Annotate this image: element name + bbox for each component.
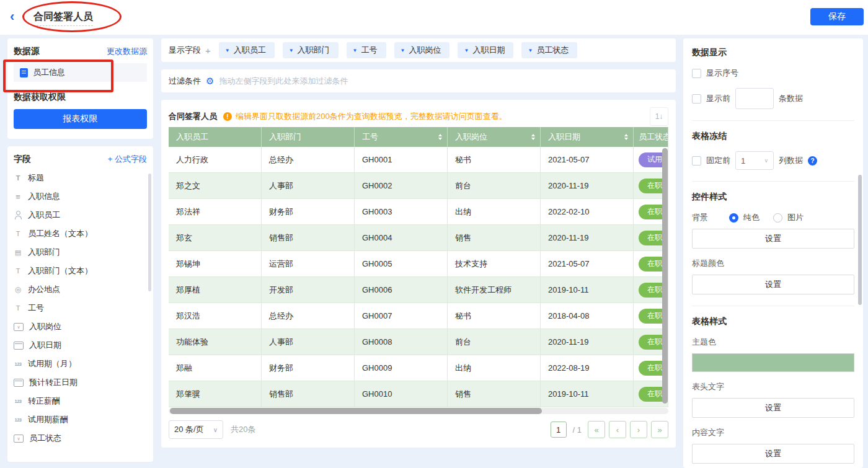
table-row[interactable]: 功能体验 人事部 GH0008 前台 2020-11-19 在职	[169, 329, 668, 355]
table-row[interactable]: 郑厚植 开发部 GH0006 软件开发工程师 2019-10-11 在职	[169, 277, 668, 303]
filter-bar: 过滤条件 ⚙ 拖动左侧字段到此处来添加过滤条件	[161, 69, 676, 92]
cell-date: 2020-11-19	[541, 329, 634, 355]
column-header[interactable]: 入职日期	[541, 127, 634, 147]
column-header[interactable]: 入职部门	[262, 127, 355, 147]
field-item-employee-name-text[interactable]: 员工姓名（文本）	[14, 224, 147, 243]
divider	[692, 120, 854, 121]
list-icon	[14, 192, 22, 201]
datasource-item-employee-info[interactable]: 员工信息	[14, 63, 147, 82]
show-index-checkbox[interactable]	[692, 69, 701, 78]
sort-icon[interactable]	[438, 134, 442, 140]
freeze-prefix: 固定前	[706, 155, 730, 166]
table-row[interactable]: 郑锡坤 运营部 GH0005 技术支持 2021-05-07 在职	[169, 251, 668, 277]
table-vertical-scrollbar[interactable]	[662, 148, 668, 404]
content-text-set-button[interactable]: 设置	[692, 444, 854, 464]
cell-name: 人力行政	[169, 147, 262, 173]
gear-icon[interactable]: ⚙	[206, 76, 214, 87]
top-count-input[interactable]	[735, 88, 774, 109]
next-page-button[interactable]: ›	[630, 421, 647, 438]
cell-dept: 运营部	[262, 251, 355, 277]
header-text-set-button[interactable]: 设置	[692, 398, 854, 418]
last-page-button[interactable]: »	[651, 421, 668, 438]
filter-dropzone-placeholder[interactable]: 拖动左侧字段到此处来添加过滤条件	[219, 76, 348, 87]
page-size-select[interactable]: 20 条/页 ∨	[169, 420, 223, 439]
field-item-trial-months[interactable]: 试用期（月）	[14, 355, 147, 373]
field-item-onboard-post[interactable]: 入职岗位	[14, 317, 147, 336]
back-icon[interactable]: ‹	[10, 8, 14, 25]
display-fields-label: 显示字段	[169, 45, 201, 56]
cell-dept: 总经办	[262, 303, 355, 329]
display-field-chip[interactable]: ▼入职日期	[458, 42, 513, 58]
field-item-regular-salary[interactable]: 转正薪酬	[14, 392, 147, 410]
field-item-onboard-dept-text[interactable]: 入职部门（文本）	[14, 262, 147, 280]
display-field-chip[interactable]: ▼入职部门	[283, 42, 339, 58]
field-item-onboard-employee[interactable]: 入职员工	[14, 206, 147, 224]
theme-color-swatch[interactable]	[692, 353, 854, 372]
cell-dept: 销售部	[262, 225, 355, 251]
display-field-chip[interactable]: ▼入职岗位	[394, 42, 450, 58]
page-total-label: / 1	[573, 425, 582, 435]
first-page-button[interactable]: «	[588, 421, 605, 438]
sort-order-button[interactable]: 1↓	[650, 107, 668, 126]
freeze-checkbox[interactable]	[692, 156, 701, 166]
fields-scrollbar[interactable]	[148, 174, 151, 291]
add-formula-field-link[interactable]: + 公式字段	[108, 154, 147, 165]
prev-page-button[interactable]: ‹	[609, 421, 626, 438]
save-button[interactable]: 保存	[810, 8, 864, 25]
location-icon	[14, 285, 22, 294]
sort-icon[interactable]	[531, 134, 535, 140]
field-item-onboard-info[interactable]: 入职信息	[14, 187, 147, 206]
image-radio[interactable]	[773, 213, 782, 223]
field-item-employee-status[interactable]: 员工状态	[14, 429, 147, 448]
table-horizontal-scrollbar-thumb[interactable]	[170, 408, 542, 414]
table-horizontal-scrollbar-track[interactable]	[169, 408, 668, 414]
change-datasource-link[interactable]: 更改数据源	[107, 46, 147, 57]
table-row[interactable]: 郑法祥 财务部 GH0003 出纳 2022-02-10 在职	[169, 199, 668, 225]
display-field-chip[interactable]: ▼工号	[347, 42, 386, 58]
background-set-button[interactable]: 设置	[692, 229, 854, 249]
solid-color-radio[interactable]	[729, 213, 738, 223]
table-row[interactable]: 郑肇骥 销售部 GH0010 销售 2019-10-11 在职	[169, 381, 668, 407]
table-row[interactable]: 郑玄 销售部 GH0004 销售 2020-11-19 在职	[169, 225, 668, 251]
report-permission-button[interactable]: 报表权限	[14, 109, 147, 129]
image-label: 图片	[787, 212, 804, 223]
field-item-office-location[interactable]: 办公地点	[14, 280, 147, 299]
column-header[interactable]: 工号	[355, 127, 448, 147]
freeze-count-select[interactable]: 1 ∨	[735, 151, 774, 170]
column-header[interactable]: 入职员工	[169, 127, 262, 147]
cell-name: 郑玄	[169, 225, 262, 251]
field-label: 试用期薪酬	[28, 414, 68, 425]
chip-label: 入职员工	[234, 45, 266, 56]
current-page-box[interactable]: 1	[551, 422, 567, 438]
title-icon	[14, 174, 22, 182]
cell-post: 秘书	[448, 303, 541, 329]
column-header[interactable]: 入职岗位	[448, 127, 541, 147]
field-item-title[interactable]: 标题	[14, 169, 147, 187]
table-row[interactable]: 郑汉浩 总经办 GH0007 秘书 2018-04-08 在职	[169, 303, 668, 329]
cell-date: 2019-10-11	[541, 381, 634, 407]
show-top-checkbox[interactable]	[692, 94, 701, 104]
text-icon	[14, 267, 22, 275]
display-field-chip[interactable]: ▼员工状态	[521, 42, 577, 58]
sort-icon[interactable]	[624, 134, 628, 140]
table-row[interactable]: 人力行政 总经办 GH0001 秘书 2021-05-07 试用期	[169, 147, 668, 173]
field-item-job-number[interactable]: 工号	[14, 299, 147, 317]
field-item-onboard-dept[interactable]: 入职部门	[14, 243, 147, 262]
add-display-field-icon[interactable]: +	[205, 45, 211, 56]
title-color-set-button[interactable]: 设置	[692, 275, 854, 294]
field-item-expected-regular-date[interactable]: 预计转正日期	[14, 373, 147, 392]
column-header[interactable]: 员工状态	[634, 127, 668, 147]
theme-color-label: 主题色	[692, 337, 854, 348]
table-header-row: 入职员工 入职部门 工号 入职岗位 入职日期 员工状态	[169, 127, 668, 147]
display-field-chip[interactable]: ▼入职员工	[219, 42, 275, 58]
help-icon[interactable]: ?	[808, 156, 817, 166]
cell-post: 出纳	[448, 199, 541, 225]
table-row[interactable]: 郑融 财务部 GH0009 出纳 2022-08-19 在职	[169, 355, 668, 381]
chip-label: 入职岗位	[409, 45, 441, 56]
field-item-onboard-date[interactable]: 入职日期	[14, 336, 147, 355]
inspector-scrollbar[interactable]	[858, 175, 862, 305]
field-item-trial-salary[interactable]: 试用期薪酬	[14, 410, 147, 429]
table-row[interactable]: 郑之文 人事部 GH0002 前台 2020-11-19 在职	[169, 173, 668, 199]
cell-dept: 总经办	[262, 147, 355, 173]
cell-name: 郑厚植	[169, 277, 262, 303]
